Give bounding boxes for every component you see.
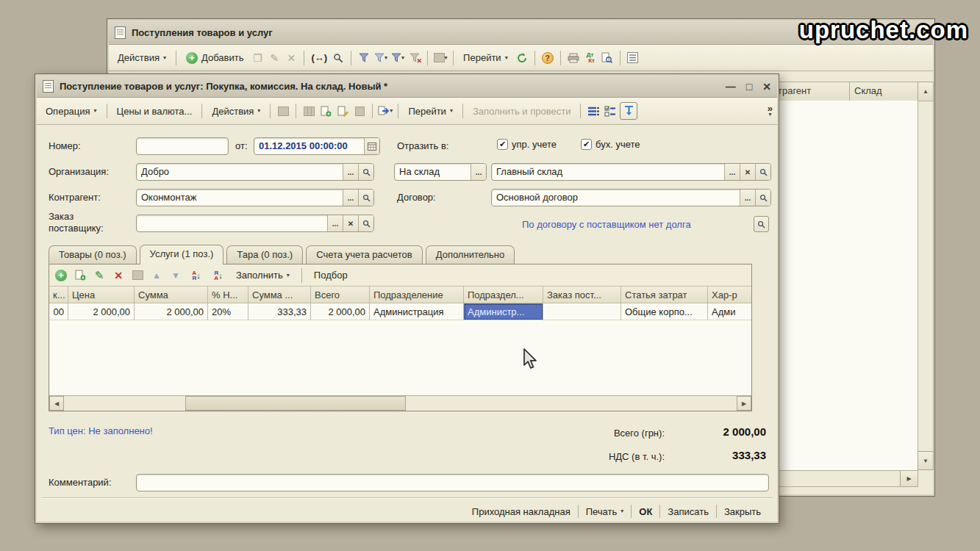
grid-data-row[interactable]: 00 2 000,00 2 000,00 20% 333,33 2 000,00… [49,303,751,320]
sort-desc-icon[interactable]: Я А ↓ [210,268,227,283]
save-button[interactable]: Записать [660,503,716,520]
column-header-price[interactable]: Цена [68,287,135,303]
column-header-counterparty[interactable]: трагент [773,82,850,101]
scroll-left-button[interactable]: ◀ [49,396,64,411]
dt-kt-postings-icon[interactable]: Дт Кт [583,51,598,65]
maximize-button[interactable]: □ [746,82,752,92]
scroll-right-button[interactable]: ▶ [900,471,918,486]
cell-order[interactable] [543,303,621,320]
prices-currency-button[interactable]: Цены и валюта... [112,104,197,119]
column-header-order[interactable]: Заказ пост... [543,287,621,303]
supplier-order-field[interactable]: ... ✕ [136,215,374,232]
cell-character[interactable]: Адми [708,303,751,320]
move-down-icon[interactable]: ▼ [168,268,183,283]
scroll-right-button[interactable]: ▶ [737,396,751,411]
column-header-total[interactable]: Всего [311,287,370,303]
clear-filter-icon[interactable]: ✕ [407,51,422,65]
list-settings-icon[interactable] [586,104,601,118]
open-button[interactable] [755,190,770,206]
goto-menu-button[interactable]: Перейти ▾ [404,104,457,119]
column-header-vat-amount[interactable]: Сумма ... [248,287,311,303]
sort-asc-icon[interactable]: А Я ↓ [187,268,205,283]
open-button[interactable] [755,164,770,180]
clear-button[interactable]: ✕ [343,215,358,231]
close-dialog-button[interactable]: Закрыть [717,503,768,520]
edit-row-icon[interactable]: ✎ [92,268,107,283]
counterparty-field[interactable]: Оконмонтаж ... [136,189,374,206]
organization-field[interactable]: Добро ... [136,163,374,181]
add-row-icon[interactable]: + [54,268,68,283]
select-button[interactable]: ... [724,164,740,180]
document-edit-icon[interactable] [335,104,350,118]
fit-width-button[interactable]: (↔) [310,50,329,65]
contract-field[interactable]: Основной договор ... [491,189,771,206]
column-header-warehouse[interactable]: Склад [849,82,918,101]
copy-add-icon[interactable] [318,104,333,118]
operation-menu-button[interactable]: Операция ▾ [41,104,101,119]
cell-vat-amount[interactable]: 333,33 [248,303,311,320]
minimize-button[interactable]: — [726,82,736,92]
management-accounting-checkbox[interactable]: ✔ упр. учете [497,139,557,150]
report-icon[interactable]: ▾ [433,51,448,65]
column-header-cost-item[interactable]: Статья затрат [621,287,708,303]
filter-by-value-icon[interactable]: ▾ [390,51,405,65]
cell-department[interactable]: Администрация [370,303,464,320]
select-button[interactable]: ... [343,164,358,180]
edit-icon[interactable]: ✎ [267,51,282,65]
actions-menu-button[interactable]: Действия ▾ [113,50,171,65]
clear-button[interactable]: ✕ [740,164,755,180]
column-header-department2[interactable]: Подраздел... [464,287,543,303]
toolbar-overflow-button[interactable]: » ▾ [768,105,773,118]
select-button[interactable]: ... [343,190,358,206]
filter-icon[interactable] [357,51,371,65]
tab-goods[interactable]: Товары (0 поз.) [49,245,137,264]
tab-services[interactable]: Услуги (1 поз.) [140,245,224,264]
send-icon[interactable]: ▾ [378,104,393,118]
tab-settlement-accounts[interactable]: Счета учета расчетов [306,245,423,264]
search-icon[interactable] [331,51,346,65]
structure-icon[interactable] [352,104,367,118]
fill-and-post-button[interactable]: Заполнить и провести [468,104,576,119]
calc-totals-icon[interactable] [130,268,145,283]
print-icon[interactable] [566,51,581,65]
cell-price[interactable]: 2 000,00 [68,303,135,320]
warehouse-type-selector[interactable]: На склад ... [394,163,487,181]
cell-total[interactable]: 2 000,00 [311,303,370,320]
column-header-amount[interactable]: Сумма [135,287,208,303]
date-field[interactable]: 01.12.2015 00:00:00 [254,137,380,155]
background-list-body[interactable] [773,101,918,471]
supplier-debt-link[interactable]: По договору с поставщиком нет долга [522,219,691,230]
table-icon[interactable] [301,104,316,118]
document-search-icon[interactable] [600,51,615,65]
number-field[interactable] [136,137,229,155]
scroll-down-button[interactable]: ▼ [918,451,934,470]
tab-additional[interactable]: Дополнительно [426,245,515,264]
save-icon[interactable] [276,104,290,118]
debt-detail-button[interactable] [754,216,769,232]
price-type-link[interactable]: Тип цен: Не заполнено! [49,425,153,436]
copy-row-icon[interactable] [73,268,87,283]
receipt-note-button[interactable]: Приходная накладная [465,503,578,520]
column-header-character[interactable]: Хар-р [708,287,751,303]
add-button[interactable]: + Добавить [182,50,248,66]
cell-cost-item[interactable]: Общие корпо... [621,303,708,320]
column-header-vat-percent[interactable]: % Н... [208,287,248,303]
cell-amount[interactable]: 2 000,00 [135,303,208,320]
comment-field[interactable] [136,474,769,491]
ok-button[interactable]: ОК [632,503,659,520]
bookkeeping-checkbox[interactable]: ✔ бух. учете [581,139,640,150]
calendar-button[interactable] [364,138,379,154]
selection-tree-icon[interactable] [620,102,637,120]
pick-button[interactable]: Подбор [310,267,352,283]
vertical-scrollbar-track[interactable] [918,101,934,452]
close-button[interactable]: ✕ [762,82,771,92]
delete-icon[interactable]: ✕ [284,51,298,65]
open-button[interactable] [358,164,373,180]
grid-horizontal-scrollbar[interactable]: ◀ ▶ [49,395,751,411]
filter-settings-icon[interactable]: ▾ [373,51,388,65]
cell-department2-selected[interactable]: Администр... [464,303,543,320]
goto-menu-button[interactable]: Перейти ▾ [459,50,512,65]
copy-icon[interactable]: ❐ [250,51,265,65]
delete-row-icon[interactable]: ✕ [111,268,126,283]
fill-menu-button[interactable]: Заполнить ▾ [232,267,294,283]
